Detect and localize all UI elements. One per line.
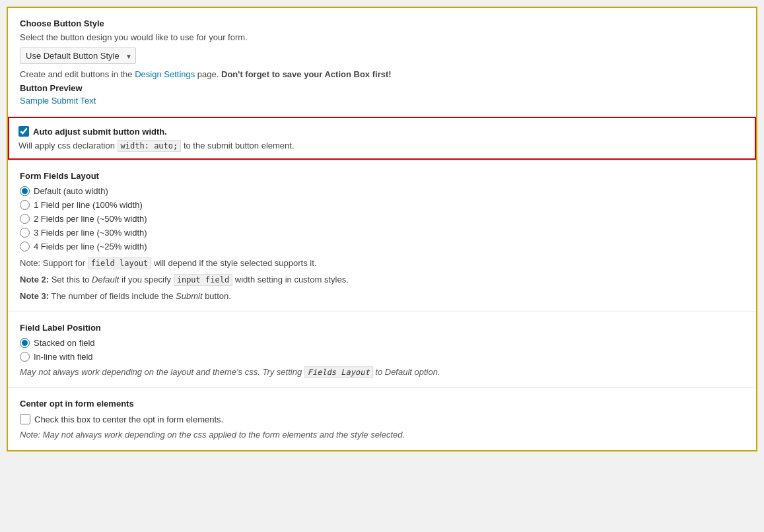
field-label-note-prefix: May not always work depending on the lay… bbox=[20, 367, 304, 377]
note1-code: field layout bbox=[88, 257, 152, 269]
note2-middle: if you specify bbox=[119, 275, 173, 284]
auto-adjust-checkbox[interactable] bbox=[18, 126, 29, 137]
note2-code: input field bbox=[174, 274, 232, 286]
layout-label-4[interactable]: 4 Fields per line (~25% width) bbox=[34, 242, 147, 251]
auto-adjust-desc-suffix: to the submit button element. bbox=[181, 141, 294, 150]
layout-radio-1[interactable] bbox=[20, 200, 30, 210]
label-position-1: In-line with field bbox=[20, 352, 744, 362]
settings-container: Choose Button Style Select the button de… bbox=[7, 7, 757, 451]
auto-adjust-highlight-box: Auto adjust submit button width. Will ap… bbox=[8, 117, 756, 160]
note2-bold: Note 2: bbox=[20, 275, 49, 284]
form-fields-layout-radio-group: Default (auto width) 1 Field per line (1… bbox=[20, 186, 744, 251]
note3-italic: Submit bbox=[176, 291, 202, 301]
note2-italic: Default bbox=[92, 275, 119, 284]
note2-suffix: width setting in custom styles. bbox=[232, 275, 349, 284]
layout-option-3: 3 Fields per line (~30% width) bbox=[20, 228, 744, 238]
field-label-note: May not always work depending on the lay… bbox=[20, 367, 744, 377]
button-style-select[interactable]: Use Default Button Style bbox=[20, 48, 136, 64]
layout-label-1[interactable]: 1 Field per line (100% width) bbox=[34, 200, 143, 210]
label-position-0: Stacked on field bbox=[20, 338, 744, 348]
field-label-position-section: Field Label Position Stacked on field In… bbox=[8, 312, 756, 388]
field-label-note-code: Fields Layout bbox=[304, 366, 373, 378]
label-position-label-1[interactable]: In-line with field bbox=[34, 352, 93, 362]
layout-label-2[interactable]: 2 Fields per line (~50% width) bbox=[34, 214, 147, 224]
center-opt-in-checkbox-row: Check this box to center the opt in form… bbox=[20, 414, 744, 424]
note1-suffix: will depend if the style selected suppor… bbox=[151, 258, 316, 268]
center-opt-in-label[interactable]: Check this box to center the opt in form… bbox=[34, 415, 223, 424]
layout-option-1: 1 Field per line (100% width) bbox=[20, 200, 744, 210]
button-preview-label: Button Preview bbox=[20, 83, 744, 93]
center-opt-in-note: Note: May not always work depending on t… bbox=[20, 430, 744, 440]
layout-radio-2[interactable] bbox=[20, 214, 30, 224]
create-edit-suffix: page. bbox=[195, 69, 221, 79]
layout-option-4: 4 Fields per line (~25% width) bbox=[20, 242, 744, 251]
auto-adjust-desc-prefix: Will apply css declaration bbox=[18, 141, 118, 150]
form-fields-layout-title: Form Fields Layout bbox=[20, 171, 744, 181]
sample-submit-link[interactable]: Sample Submit Text bbox=[20, 96, 96, 106]
form-fields-note1: Note: Support for field layout will depe… bbox=[20, 258, 744, 268]
button-style-select-wrapper[interactable]: Use Default Button Style ▼ bbox=[20, 48, 136, 64]
center-opt-in-checkbox[interactable] bbox=[20, 414, 30, 424]
note2-prefix: Set this to bbox=[49, 275, 92, 284]
choose-button-style-title: Choose Button Style bbox=[20, 18, 744, 28]
note1-prefix: Note: Support for bbox=[20, 258, 88, 268]
layout-option-2: 2 Fields per line (~50% width) bbox=[20, 214, 744, 224]
form-fields-note3: Note 3: The number of fields include the… bbox=[20, 291, 744, 301]
field-label-position-radio-group: Stacked on field In-line with field bbox=[20, 338, 744, 362]
auto-adjust-code: width: auto; bbox=[118, 140, 182, 152]
center-opt-in-title: Center opt in form elements bbox=[20, 399, 744, 409]
label-position-radio-1[interactable] bbox=[20, 352, 30, 362]
layout-option-0: Default (auto width) bbox=[20, 186, 744, 196]
layout-label-0[interactable]: Default (auto width) bbox=[34, 186, 108, 196]
layout-radio-0[interactable] bbox=[20, 186, 30, 196]
choose-button-style-desc: Select the button design you would like … bbox=[20, 32, 744, 42]
auto-adjust-desc: Will apply css declaration width: auto; … bbox=[18, 141, 746, 150]
auto-adjust-label[interactable]: Auto adjust submit button width. bbox=[33, 127, 167, 137]
layout-radio-4[interactable] bbox=[20, 242, 30, 251]
layout-label-3[interactable]: 3 Fields per line (~30% width) bbox=[34, 228, 147, 238]
form-fields-note2: Note 2: Set this to Default if you speci… bbox=[20, 275, 744, 284]
form-fields-layout-section: Form Fields Layout Default (auto width) … bbox=[8, 160, 756, 312]
label-position-label-0[interactable]: Stacked on field bbox=[34, 338, 95, 348]
layout-radio-3[interactable] bbox=[20, 228, 30, 238]
create-edit-prefix: Create and edit buttons in the bbox=[20, 69, 135, 79]
create-edit-text: Create and edit buttons in the Design Se… bbox=[20, 69, 744, 79]
note3-prefix: The number of fields include the bbox=[49, 291, 176, 301]
field-label-note-suffix: to Default option. bbox=[373, 367, 440, 377]
design-settings-link[interactable]: Design Settings bbox=[135, 69, 195, 79]
auto-adjust-checkbox-row: Auto adjust submit button width. bbox=[18, 126, 746, 137]
note3-suffix: button. bbox=[203, 291, 231, 301]
save-reminder: Don't forget to save your Action Box fir… bbox=[221, 69, 392, 79]
choose-button-style-section: Choose Button Style Select the button de… bbox=[8, 8, 756, 117]
center-opt-in-section: Center opt in form elements Check this b… bbox=[8, 388, 756, 450]
note3-bold: Note 3: bbox=[20, 291, 49, 301]
label-position-radio-0[interactable] bbox=[20, 338, 30, 348]
field-label-position-title: Field Label Position bbox=[20, 323, 744, 333]
auto-adjust-section: Auto adjust submit button width. Will ap… bbox=[8, 117, 756, 160]
